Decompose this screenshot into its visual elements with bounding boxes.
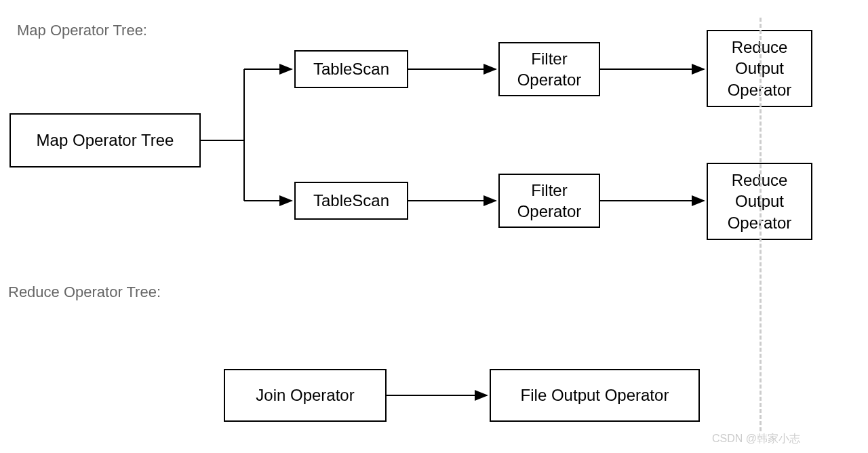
map-operator-tree-text: Map Operator Tree bbox=[37, 130, 174, 151]
join-operator-box: Join Operator bbox=[224, 369, 387, 422]
tablescan2-text: TableScan bbox=[313, 190, 389, 211]
file-output-box: File Output Operator bbox=[490, 369, 700, 422]
filter2-box: Filter Operator bbox=[498, 174, 600, 228]
reduce-tree-label: Reduce Operator Tree: bbox=[8, 283, 161, 301]
dashed-divider bbox=[760, 18, 762, 431]
filter1-text: Filter Operator bbox=[505, 48, 593, 90]
map-tree-label: Map Operator Tree: bbox=[17, 22, 147, 39]
tablescan1-text: TableScan bbox=[313, 58, 389, 79]
tablescan2-box: TableScan bbox=[294, 182, 408, 220]
filter1-box: Filter Operator bbox=[498, 42, 600, 96]
file-output-text: File Output Operator bbox=[521, 385, 669, 406]
watermark-text: CSDN @韩家小志 bbox=[712, 432, 800, 446]
join-operator-text: Join Operator bbox=[256, 385, 354, 406]
tablescan1-box: TableScan bbox=[294, 50, 408, 88]
filter2-text: Filter Operator bbox=[505, 180, 593, 222]
map-operator-tree-box: Map Operator Tree bbox=[9, 113, 201, 168]
